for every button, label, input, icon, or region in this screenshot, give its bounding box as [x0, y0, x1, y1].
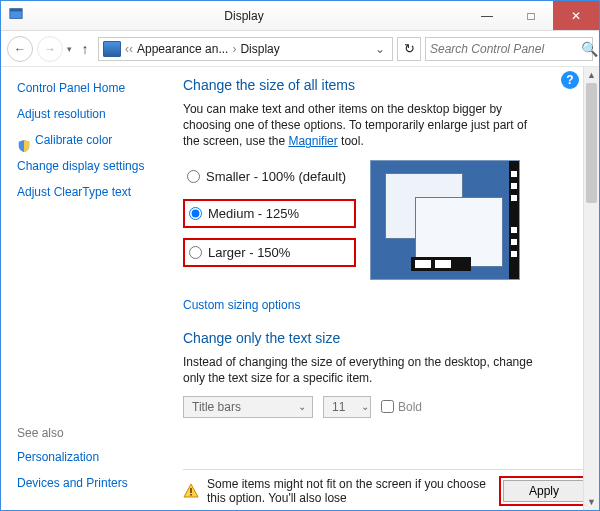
heading-size-all-items: Change the size of all items [183, 77, 589, 93]
radio-larger[interactable] [189, 246, 202, 259]
breadcrumb[interactable]: ‹‹ Appearance an... › Display ⌄ [98, 37, 393, 61]
window-title: Display [224, 9, 263, 23]
search-icon[interactable]: 🔍 [581, 41, 598, 57]
radio-medium[interactable] [189, 207, 202, 220]
svg-rect-2 [190, 488, 192, 493]
breadcrumb-dropdown-icon[interactable]: ⌄ [372, 42, 388, 56]
forward-button[interactable]: → [37, 36, 63, 62]
radio-larger-label[interactable]: Larger - 150% [208, 245, 290, 260]
sidebar-link-devices-printers[interactable]: Devices and Printers [17, 476, 171, 490]
select-item-dropdown[interactable]: Title bars ⌄ [183, 396, 313, 418]
titlebar-icon [9, 7, 23, 24]
notice-text: Some items might not fit on the screen i… [207, 477, 491, 506]
control-panel-icon [103, 41, 121, 57]
radio-smaller-label[interactable]: Smaller - 100% (default) [206, 169, 346, 184]
heading-text-size: Change only the text size [183, 330, 589, 346]
notice-bar: Some items might not fit on the screen i… [183, 469, 589, 506]
bold-checkbox-wrap[interactable]: Bold [381, 400, 422, 414]
scroll-down-icon[interactable]: ▼ [584, 494, 599, 510]
radio-medium-label[interactable]: Medium - 125% [208, 206, 299, 221]
up-button[interactable]: ↑ [76, 41, 94, 57]
select-size-value: 11 [332, 400, 345, 414]
preview-image [370, 160, 520, 280]
sidebar-link-adjust-resolution[interactable]: Adjust resolution [17, 107, 171, 121]
bold-label: Bold [398, 400, 422, 414]
select-size-dropdown[interactable]: 11 ⌄ [323, 396, 371, 418]
sidebar-link-change-display-settings[interactable]: Change display settings [17, 159, 171, 173]
breadcrumb-item-2[interactable]: Display [240, 42, 279, 56]
close-button[interactable]: ✕ [553, 1, 599, 30]
apply-button[interactable]: Apply [503, 480, 585, 502]
recent-dropdown-icon[interactable]: ▾ [67, 44, 72, 54]
desc-text-size: Instead of changing the size of everythi… [183, 354, 543, 386]
desc-size-all-items: You can make text and other items on the… [183, 101, 543, 150]
sidebar: Control Panel Home Adjust resolution Cal… [1, 67, 171, 510]
maximize-button[interactable]: □ [509, 1, 553, 30]
radio-row-smaller[interactable]: Smaller - 100% (default) [183, 164, 356, 189]
chevron-right-icon: › [230, 42, 238, 56]
sidebar-link-home[interactable]: Control Panel Home [17, 81, 171, 95]
refresh-button[interactable]: ↻ [397, 37, 421, 61]
sidebar-link-adjust-cleartype[interactable]: Adjust ClearType text [17, 185, 171, 199]
custom-sizing-link[interactable]: Custom sizing options [183, 298, 300, 312]
svg-rect-1 [10, 9, 22, 12]
see-also-heading: See also [17, 426, 171, 440]
svg-rect-3 [190, 494, 192, 496]
sidebar-link-calibrate-color[interactable]: Calibrate color [35, 133, 112, 147]
chevron-down-icon: ⌄ [361, 401, 369, 412]
sidebar-link-personalization[interactable]: Personalization [17, 450, 171, 464]
bold-checkbox[interactable] [381, 400, 394, 413]
breadcrumb-sep: ‹‹ [123, 42, 135, 56]
radio-row-medium[interactable]: Medium - 125% [183, 199, 356, 228]
chevron-down-icon: ⌄ [298, 401, 306, 412]
select-item-value: Title bars [192, 400, 241, 414]
breadcrumb-item-1[interactable]: Appearance an... [137, 42, 228, 56]
radio-smaller[interactable] [187, 170, 200, 183]
search-box[interactable]: 🔍 [425, 37, 593, 61]
titlebar: Display — □ ✕ [1, 1, 599, 31]
magnifier-link[interactable]: Magnifier [288, 134, 337, 148]
warning-icon [183, 483, 199, 499]
shield-icon [17, 139, 31, 153]
scrollbar-vertical[interactable]: ▲ ▼ [583, 67, 599, 510]
help-icon[interactable]: ? [561, 71, 579, 89]
navbar: ← → ▾ ↑ ‹‹ Appearance an... › Display ⌄ … [1, 31, 599, 67]
scroll-up-icon[interactable]: ▲ [584, 67, 599, 83]
main-panel: ? Change the size of all items You can m… [171, 67, 599, 510]
scroll-thumb[interactable] [586, 83, 597, 203]
radio-row-larger[interactable]: Larger - 150% [183, 238, 356, 267]
back-button[interactable]: ← [7, 36, 33, 62]
search-input[interactable] [430, 42, 581, 56]
minimize-button[interactable]: — [465, 1, 509, 30]
